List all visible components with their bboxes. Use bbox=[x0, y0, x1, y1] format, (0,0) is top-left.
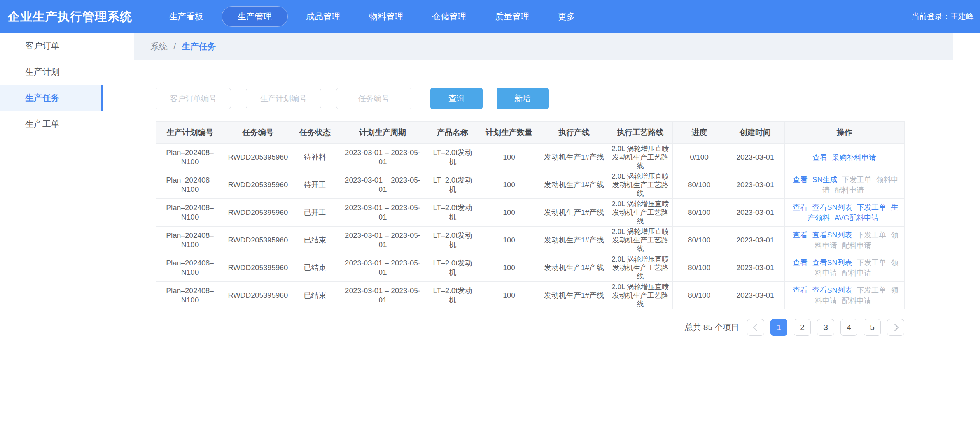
breadcrumb-current[interactable]: 生产任务 bbox=[182, 41, 216, 53]
product-cell: LT–2.0t发动机 bbox=[427, 171, 478, 199]
plan-no-cell: Plan–202408–N100 bbox=[156, 144, 224, 171]
action-link[interactable]: 查看SN列表 bbox=[812, 231, 852, 239]
column-header-10: 创建时间 bbox=[726, 122, 785, 144]
sidebar-item-4[interactable]: 生产工单 bbox=[0, 111, 103, 137]
action-link-disabled: 下发工单 bbox=[842, 176, 872, 184]
plan-no-cell: Plan–202408–N100 bbox=[156, 254, 224, 282]
actions-cell: 查看查看SN列表下发工单领料申请配料申请 bbox=[785, 254, 905, 282]
task-no-cell: RWDD205395960 bbox=[224, 199, 292, 227]
task-no-cell: RWDD205395960 bbox=[224, 254, 292, 282]
action-link[interactable]: 查看SN列表 bbox=[812, 258, 852, 267]
quantity-cell: 100 bbox=[478, 199, 540, 227]
table-row: Plan–202408–N100RWDD205395960已结束2023-03-… bbox=[156, 282, 905, 309]
action-link[interactable]: 查看 bbox=[793, 286, 808, 294]
customer-order-no-input[interactable] bbox=[156, 88, 231, 109]
sidebar-item-2[interactable]: 生产计划 bbox=[0, 59, 103, 85]
quantity-cell: 100 bbox=[478, 171, 540, 199]
breadcrumb: 系统 / 生产任务 bbox=[134, 33, 953, 60]
page-layout: 客户订单生产计划生产任务生产工单 系统 / 生产任务 查询 新增 生产计划编号任… bbox=[0, 33, 980, 425]
table-row: Plan–202408–N100RWDD205395960待开工2023-03-… bbox=[156, 171, 905, 199]
status-cell: 已结束 bbox=[292, 282, 338, 309]
action-link[interactable]: 查看 bbox=[793, 176, 808, 184]
nav-item-7[interactable]: 更多 bbox=[544, 0, 590, 33]
progress-cell: 80/100 bbox=[673, 227, 726, 254]
nav-item-6[interactable]: 质量管理 bbox=[481, 0, 544, 33]
action-link[interactable]: 查看 bbox=[793, 231, 808, 239]
action-link[interactable]: AVG配料申请 bbox=[835, 214, 879, 222]
breadcrumb-root[interactable]: 系统 bbox=[150, 41, 168, 53]
create-button[interactable]: 新增 bbox=[497, 88, 549, 109]
nav-item-5[interactable]: 仓储管理 bbox=[418, 0, 481, 33]
action-link-disabled: 下发工单 bbox=[857, 258, 886, 267]
breadcrumb-separator: / bbox=[173, 42, 176, 52]
column-header-4: 计划生产周期 bbox=[338, 122, 427, 144]
column-header-6: 计划生产数量 bbox=[478, 122, 540, 144]
table-row: Plan–202408–N100RWDD205395960已开工2023-03-… bbox=[156, 199, 905, 227]
action-link-disabled: 配料申请 bbox=[835, 186, 864, 194]
page-button-1[interactable]: 1 bbox=[770, 319, 788, 336]
page-button-5[interactable]: 5 bbox=[864, 319, 881, 336]
line-cell: 发动机生产1#产线 bbox=[540, 171, 608, 199]
app-title: 企业生产执行管理系统 bbox=[8, 9, 132, 25]
plan-no-cell: Plan–202408–N100 bbox=[156, 171, 224, 199]
route-cell: 2.0L 涡轮增压直喷发动机生产工艺路线 bbox=[608, 282, 673, 309]
nav-item-1[interactable]: 生产看板 bbox=[155, 0, 218, 33]
action-link-disabled: 配料申请 bbox=[842, 241, 872, 249]
query-button[interactable]: 查询 bbox=[430, 88, 483, 109]
nav-item-2[interactable]: 生产管理 bbox=[222, 6, 288, 27]
action-link-disabled: 下发工单 bbox=[857, 286, 886, 294]
production-plan-no-input[interactable] bbox=[246, 88, 321, 109]
current-user-label: 当前登录：王建峰 bbox=[912, 11, 974, 22]
status-cell: 已开工 bbox=[292, 199, 338, 227]
action-link[interactable]: SN生成 bbox=[812, 176, 837, 184]
page-button-4[interactable]: 4 bbox=[840, 319, 858, 336]
route-cell: 2.0L 涡轮增压直喷发动机生产工艺路线 bbox=[608, 144, 673, 171]
prev-page-button[interactable] bbox=[747, 319, 764, 336]
created-cell: 2023-03-01 bbox=[726, 227, 785, 254]
page-buttons: 12345 bbox=[741, 319, 904, 336]
period-cell: 2023-03-01 – 2023-05-01 bbox=[338, 227, 427, 254]
sidebar-item-1[interactable]: 客户订单 bbox=[0, 33, 103, 59]
main-nav: 生产看板生产管理成品管理物料管理仓储管理质量管理更多 bbox=[155, 0, 590, 33]
status-cell: 已结束 bbox=[292, 227, 338, 254]
product-cell: LT–2.0t发动机 bbox=[427, 144, 478, 171]
nav-item-4[interactable]: 物料管理 bbox=[355, 0, 418, 33]
next-page-button[interactable] bbox=[887, 319, 904, 336]
status-cell: 已结束 bbox=[292, 254, 338, 282]
action-link[interactable]: 查看 bbox=[813, 153, 828, 162]
product-cell: LT–2.0t发动机 bbox=[427, 282, 478, 309]
column-header-3: 任务状态 bbox=[292, 122, 338, 144]
status-cell: 待补料 bbox=[292, 144, 338, 171]
created-cell: 2023-03-01 bbox=[726, 144, 785, 171]
created-cell: 2023-03-01 bbox=[726, 282, 785, 309]
filter-bar: 查询 新增 bbox=[156, 88, 980, 109]
action-link[interactable]: 采购补料申请 bbox=[832, 153, 877, 162]
actions-cell: 查看查看SN列表下发工单领料申请配料申请 bbox=[785, 282, 905, 309]
actions-cell: 查看采购补料申请 bbox=[785, 144, 905, 171]
column-header-5: 产品名称 bbox=[427, 122, 478, 144]
action-link[interactable]: 查看 bbox=[793, 203, 808, 211]
route-cell: 2.0L 涡轮增压直喷发动机生产工艺路线 bbox=[608, 171, 673, 199]
action-link[interactable]: 查看SN列表 bbox=[812, 203, 852, 211]
action-link[interactable]: 下发工单 bbox=[857, 203, 886, 211]
quantity-cell: 100 bbox=[478, 144, 540, 171]
pagination: 总共 85 个项目 12345 bbox=[156, 319, 904, 336]
action-link[interactable]: 查看 bbox=[793, 258, 808, 267]
sidebar-item-3[interactable]: 生产任务 bbox=[0, 85, 103, 111]
status-cell: 待开工 bbox=[292, 171, 338, 199]
progress-cell: 80/100 bbox=[673, 171, 726, 199]
period-cell: 2023-03-01 – 2023-05-01 bbox=[338, 199, 427, 227]
progress-cell: 80/100 bbox=[673, 254, 726, 282]
page-button-3[interactable]: 3 bbox=[817, 319, 834, 336]
action-link[interactable]: 查看SN列表 bbox=[812, 286, 852, 294]
period-cell: 2023-03-01 – 2023-05-01 bbox=[338, 144, 427, 171]
task-no-input[interactable] bbox=[336, 88, 411, 109]
line-cell: 发动机生产1#产线 bbox=[540, 227, 608, 254]
route-cell: 2.0L 涡轮增压直喷发动机生产工艺路线 bbox=[608, 199, 673, 227]
product-cell: LT–2.0t发动机 bbox=[427, 199, 478, 227]
progress-cell: 80/100 bbox=[673, 199, 726, 227]
line-cell: 发动机生产1#产线 bbox=[540, 144, 608, 171]
product-cell: LT–2.0t发动机 bbox=[427, 227, 478, 254]
nav-item-3[interactable]: 成品管理 bbox=[292, 0, 355, 33]
page-button-2[interactable]: 2 bbox=[794, 319, 811, 336]
